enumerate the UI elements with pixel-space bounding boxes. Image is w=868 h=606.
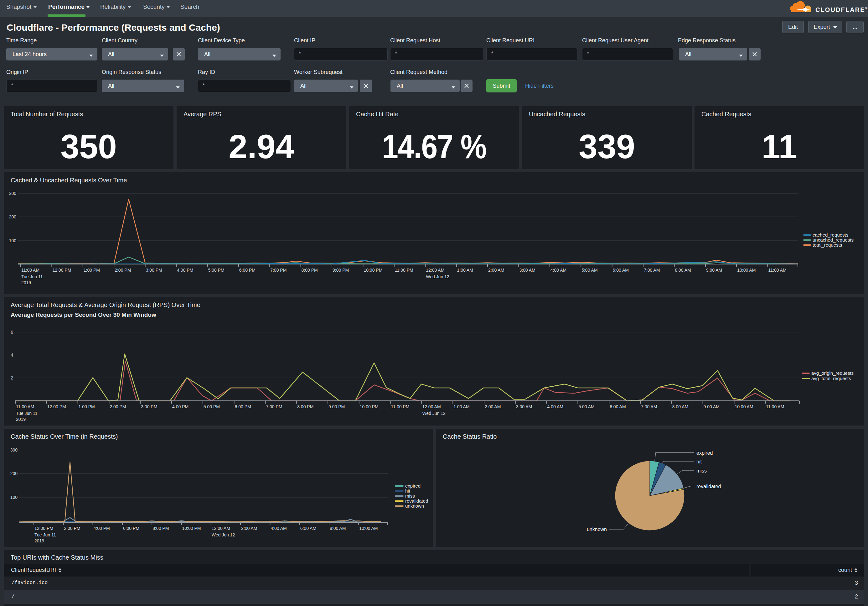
svg-text:7:00 AM: 7:00 AM [641, 404, 657, 409]
svg-text:9:00 PM: 9:00 PM [333, 267, 349, 273]
svg-text:9:00 PM: 9:00 PM [329, 404, 345, 409]
svg-text:5:00 PM: 5:00 PM [208, 267, 224, 273]
svg-text:4:00 PM: 4:00 PM [172, 404, 189, 409]
svg-text:200: 200 [10, 471, 18, 476]
svg-text:4:00 AM: 4:00 AM [547, 404, 563, 409]
svg-text:7:00 AM: 7:00 AM [644, 267, 660, 273]
svg-text:4:00 AM: 4:00 AM [550, 267, 566, 273]
svg-text:2:00 PM: 2:00 PM [110, 404, 126, 409]
svg-text:10:00 AM: 10:00 AM [359, 526, 378, 531]
svg-text:6:00 AM: 6:00 AM [610, 404, 626, 409]
svg-text:3:00 AM: 3:00 AM [519, 267, 535, 273]
svg-text:8:00 AM: 8:00 AM [675, 267, 691, 273]
svg-text:3:00 PM: 3:00 PM [141, 404, 157, 409]
svg-text:4:00 PM: 4:00 PM [177, 267, 193, 273]
svg-text:9:00 AM: 9:00 AM [704, 404, 719, 409]
svg-text:Tue Jun 11: Tue Jun 11 [21, 274, 43, 279]
svg-text:4:00 PM: 4:00 PM [94, 526, 110, 531]
svg-text:unknown: unknown [405, 503, 424, 508]
svg-text:11:00 PM: 11:00 PM [391, 404, 409, 409]
svg-text:5:00 AM: 5:00 AM [578, 404, 594, 409]
svg-text:8:00 AM: 8:00 AM [330, 526, 346, 531]
svg-text:Wed Jun 12: Wed Jun 12 [422, 411, 446, 416]
svg-text:4:00 AM: 4:00 AM [271, 526, 287, 531]
svg-text:Wed Jun 12: Wed Jun 12 [212, 532, 235, 538]
svg-text:1:00 AM: 1:00 AM [457, 267, 473, 273]
svg-text:11:00 AM: 11:00 AM [21, 267, 39, 273]
svg-text:200: 200 [9, 214, 17, 219]
svg-text:6:00 AM: 6:00 AM [613, 267, 629, 273]
svg-text:1:00 PM: 1:00 PM [84, 267, 100, 273]
svg-text:2:00 PM: 2:00 PM [64, 526, 80, 531]
svg-text:5:00 AM: 5:00 AM [581, 267, 597, 273]
svg-text:2019: 2019 [16, 417, 26, 422]
svg-text:unknown: unknown [587, 527, 607, 532]
svg-text:4: 4 [11, 353, 13, 357]
svg-text:8:00 AM: 8:00 AM [672, 404, 688, 409]
svg-text:6:00 PM: 6:00 PM [239, 267, 256, 273]
svg-text:10:00 AM: 10:00 AM [735, 404, 753, 409]
svg-text:12:00 PM: 12:00 PM [52, 267, 71, 273]
svg-text:2:00 PM: 2:00 PM [115, 267, 131, 273]
svg-text:miss: miss [405, 493, 415, 499]
svg-text:7:00 PM: 7:00 PM [266, 404, 282, 409]
svg-text:2:00 AM: 2:00 AM [241, 526, 257, 531]
svg-text:hit: hit [405, 488, 411, 494]
svg-text:10:00 PM: 10:00 PM [182, 526, 201, 531]
svg-text:11:00 AM: 11:00 AM [769, 267, 787, 273]
svg-text:hit: hit [696, 459, 702, 465]
svg-text:6: 6 [11, 329, 13, 335]
svg-text:11:00 AM: 11:00 AM [766, 404, 784, 409]
svg-text:7:00 PM: 7:00 PM [270, 267, 287, 273]
svg-text:1:00 AM: 1:00 AM [453, 404, 470, 409]
svg-text:Wed Jun 12: Wed Jun 12 [426, 274, 450, 279]
svg-text:100: 100 [9, 238, 17, 243]
svg-text:total_requests: total_requests [812, 242, 842, 247]
svg-text:2:00 AM: 2:00 AM [488, 267, 504, 273]
svg-text:10:00 AM: 10:00 AM [737, 267, 756, 273]
svg-text:6:00 PM: 6:00 PM [123, 526, 140, 531]
svg-text:miss: miss [696, 468, 707, 474]
svg-text:9:00 AM: 9:00 AM [706, 267, 722, 273]
svg-text:revalidated: revalidated [405, 498, 428, 503]
svg-text:100: 100 [10, 495, 18, 500]
svg-text:10:00 PM: 10:00 PM [360, 404, 378, 409]
svg-text:uncached_requests: uncached_requests [812, 237, 854, 242]
svg-text:8:00 PM: 8:00 PM [152, 526, 169, 531]
svg-text:avg_origin_requests: avg_origin_requests [811, 370, 854, 376]
svg-text:10:00 PM: 10:00 PM [364, 267, 382, 273]
svg-text:2:00 AM: 2:00 AM [485, 404, 501, 409]
svg-text:6:00 AM: 6:00 AM [300, 526, 316, 531]
svg-text:expired: expired [696, 450, 713, 455]
svg-text:revalidated: revalidated [696, 484, 721, 489]
svg-text:300: 300 [9, 191, 17, 196]
svg-text:6:00 PM: 6:00 PM [235, 404, 251, 409]
svg-text:11:00 PM: 11:00 PM [395, 267, 413, 273]
svg-text:3:00 PM: 3:00 PM [146, 267, 162, 273]
svg-text:Tue Jun 11: Tue Jun 11 [16, 411, 37, 416]
svg-text:5:00 PM: 5:00 PM [203, 404, 220, 409]
svg-text:8:00 PM: 8:00 PM [302, 267, 318, 273]
svg-text:3:00 AM: 3:00 AM [516, 404, 532, 409]
svg-text:avg_total_requests: avg_total_requests [811, 376, 851, 381]
svg-text:Tue Jun 11: Tue Jun 11 [34, 532, 56, 538]
svg-text:8:00 PM: 8:00 PM [297, 404, 313, 409]
svg-text:12:00 AM: 12:00 AM [426, 267, 444, 273]
svg-text:12:00 AM: 12:00 AM [422, 404, 440, 409]
svg-text:12:00 PM: 12:00 PM [34, 526, 53, 531]
svg-text:2019: 2019 [21, 280, 31, 285]
svg-text:11:00 AM: 11:00 AM [16, 404, 34, 409]
svg-text:expired: expired [405, 483, 420, 488]
svg-text:300: 300 [10, 448, 18, 452]
svg-text:1:00 PM: 1:00 PM [79, 404, 95, 409]
svg-text:2019: 2019 [34, 538, 44, 543]
svg-text:12:00 AM: 12:00 AM [212, 526, 230, 531]
svg-text:cached_requests: cached_requests [812, 232, 848, 238]
svg-text:12:00 PM: 12:00 PM [47, 404, 66, 409]
svg-text:2: 2 [11, 375, 13, 381]
